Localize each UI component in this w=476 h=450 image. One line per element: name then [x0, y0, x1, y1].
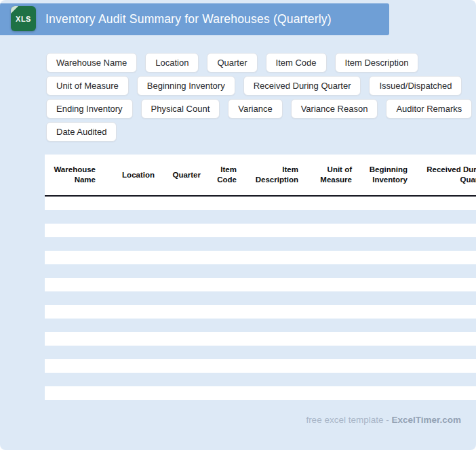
chip-physical-count: Physical Count	[141, 99, 220, 119]
table-row	[45, 197, 476, 210]
table-row	[45, 346, 476, 359]
table-row	[45, 373, 476, 386]
column-header-item-code: Item Code	[207, 165, 243, 185]
table-row	[45, 291, 476, 305]
column-header-location: Location	[102, 170, 161, 180]
chip-auditor-remarks: Auditor Remarks	[386, 99, 472, 119]
chip-quarter: Quarter	[207, 53, 257, 73]
chip-warehouse-name: Warehouse Name	[46, 53, 137, 73]
column-header-warehouse-name: Warehouse Name	[45, 165, 102, 185]
chip-item-description: Item Description	[335, 53, 419, 73]
table-row	[45, 386, 476, 400]
chip-variance: Variance	[228, 99, 282, 119]
page-title: Inventory Audit Summary for Warehouses (…	[45, 12, 332, 26]
table-row	[45, 210, 476, 224]
column-header-unit-of-measure: Unit of Measure	[305, 165, 359, 185]
column-header-beginning-inventory: Beginning Inventory	[359, 165, 414, 185]
xls-file-icon: XLS	[11, 6, 36, 31]
table-row	[45, 359, 476, 373]
table-row	[45, 264, 476, 278]
table-row	[45, 278, 476, 291]
chip-ending-inventory: Ending Inventory	[46, 99, 133, 119]
chip-issued-dispatched: Issued/Dispatched	[369, 76, 462, 96]
column-header-item-description: Item Description	[243, 165, 305, 185]
table-row	[45, 251, 476, 264]
chip-beginning-inventory: Beginning Inventory	[137, 76, 235, 96]
chip-date-audited: Date Audited	[46, 122, 117, 142]
footer-credit-text: free excel template -	[306, 415, 391, 425]
table-row	[45, 224, 476, 237]
chip-variance-reason: Variance Reason	[291, 99, 378, 119]
table-row	[45, 332, 476, 346]
xls-file-icon-label: XLS	[16, 15, 31, 23]
chip-location: Location	[145, 53, 199, 73]
chip-item-code: Item Code	[266, 53, 327, 73]
page: Inventory Audit Summary for Warehouses (…	[0, 0, 476, 450]
table-row	[45, 319, 476, 332]
title-bar: Inventory Audit Summary for Warehouses (…	[0, 3, 389, 35]
chip-received-during-quarter: Received During Quarter	[243, 76, 361, 96]
chip-unit-of-measure: Unit of Measure	[46, 76, 129, 96]
table-row	[45, 237, 476, 251]
field-chip-list: Warehouse Name Location Quarter Item Cod…	[46, 53, 475, 142]
footer-brand-link[interactable]: ExcelTimer.com	[391, 415, 461, 425]
column-header-received-during-quarter: Received During Quarter	[414, 165, 476, 185]
table-body	[45, 197, 476, 400]
column-header-quarter: Quarter	[161, 170, 207, 180]
table-row	[45, 305, 476, 319]
footer-credit: free excel template - ExcelTimer.com	[306, 415, 461, 425]
table-header-row: Warehouse Name Location Quarter Item Cod…	[45, 155, 476, 197]
spreadsheet-preview: Warehouse Name Location Quarter Item Cod…	[45, 155, 476, 400]
